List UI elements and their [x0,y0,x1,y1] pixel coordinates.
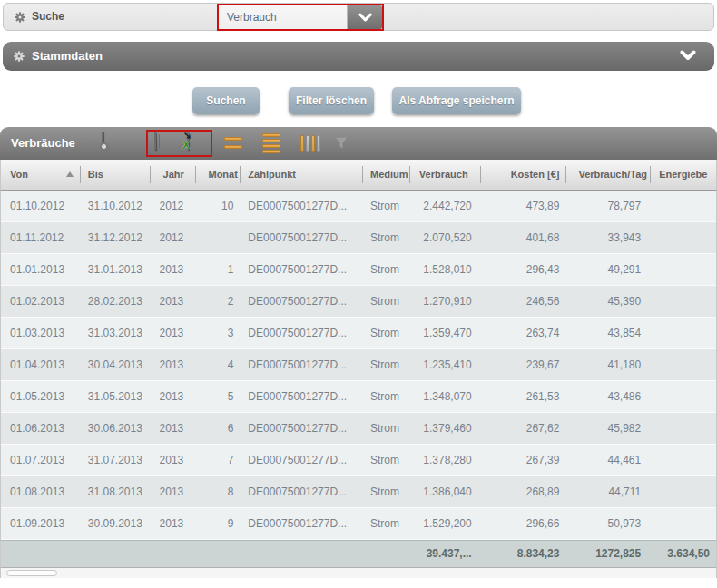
grid-toolbar: Verbräuche ➘X [0,127,717,160]
table-cell: 31.10.2012 [81,191,151,221]
gear-icon [13,50,25,63]
table-cell: 473,89 [481,191,567,221]
column-header-jahr[interactable]: Jahr [151,160,197,190]
table-cell: Strom [363,254,410,285]
summary-cell: 39.437,... [410,541,481,567]
table-row[interactable]: 01.10.201231.10.2012201210DE00075001277D… [1,191,716,222]
pdf-export-icon[interactable] [154,133,156,150]
table-row[interactable]: 01.04.201330.04.201320134DE00075001277D.… [1,349,716,381]
table-row[interactable]: 01.09.201330.09.201320139DE00075001277D.… [1,508,716,540]
table-cell: 1.348,070 [410,381,481,412]
table-cell: Strom [363,191,410,221]
table-cell: 1.528,010 [410,254,481,285]
table-cell [196,222,241,253]
clear-filter-button[interactable]: Filter löschen [289,87,374,114]
table-cell: DE00075001277D... [241,191,363,221]
print-preview-icon[interactable] [102,132,103,149]
table-cell: 2013 [151,381,197,412]
table-cell: 1.379,460 [410,413,481,444]
table-cell: 267,39 [481,445,567,475]
search-type-dropdown-highlight: Verbrauch [217,4,384,31]
search-type-dropdown-value[interactable]: Verbrauch [219,5,348,29]
actions-row: Suchen Filter löschen Als Abfrage speich… [0,87,717,116]
table-cell: DE00075001277D... [241,222,363,253]
column-header-energie[interactable]: Energiebe [651,160,716,190]
column-header-zaehlpunkt[interactable]: Zählpunkt [241,160,363,190]
search-type-dropdown-button[interactable] [348,5,382,29]
table-cell [651,349,716,380]
table-cell: 268,89 [481,476,567,507]
search-section-bar[interactable]: Suche Verbrauch [3,3,714,31]
chevron-down-icon[interactable] [680,50,696,61]
table-cell: 01.05.2013 [1,381,81,412]
excel-export-icon[interactable]: ➘X [187,133,189,150]
table-row[interactable]: 01.07.201331.07.201320137DE00075001277D.… [1,445,716,476]
table-body: 01.10.201231.10.2012201210DE00075001277D… [0,191,717,540]
column-header-bis[interactable]: Bis [81,160,151,190]
table-cell: Strom [363,445,410,475]
table-row[interactable]: 01.01.201331.01.201320131DE00075001277D.… [1,254,716,286]
table-cell: 41,180 [566,349,651,380]
table-cell: 1.529,200 [410,508,481,539]
table-cell: 01.07.2013 [1,445,81,475]
table-cell: 01.06.2013 [1,413,81,444]
table-row[interactable]: 01.03.201331.03.201320133DE00075001277D.… [1,318,716,349]
scrollbar-thumb[interactable] [6,570,57,576]
table-row[interactable]: 01.08.201331.08.201320138DE00075001277D.… [1,476,716,508]
table-cell: 31.01.2013 [81,254,151,285]
table-cell: 246,56 [481,286,567,317]
table-cell: Strom [363,508,410,539]
table-cell: 01.03.2013 [1,318,81,348]
column-header-monat[interactable]: Monat [196,160,241,190]
table-cell: 8 [196,476,241,507]
table-cell: Strom [363,413,410,444]
table-cell: 239,67 [481,349,567,380]
column-header-verbrauch-tag[interactable]: Verbrauch/Tag [566,160,651,190]
table-cell: 2012 [151,191,197,221]
table-row[interactable]: 01.05.201331.05.201320135DE00075001277D.… [1,381,716,413]
table-header: Von Bis Jahr Monat Zählpunkt Medium Verb… [0,160,717,191]
expanded-rows-icon[interactable] [262,133,280,153]
column-header-medium[interactable]: Medium [363,160,410,190]
table-cell: 45,982 [566,413,651,444]
summary-cell: 8.834,23 [481,541,567,567]
table-cell: DE00075001277D... [241,349,363,380]
save-as-query-button[interactable]: Als Abfrage speichern [392,87,521,114]
table-cell: Strom [363,222,410,253]
table-cell: 2013 [151,254,197,285]
results-grid: Verbräuche ➘X Von Bis Jahr [0,127,717,588]
compact-rows-icon[interactable] [224,137,242,149]
horizontal-scrollbar [0,567,717,578]
table-cell: 10 [196,191,241,221]
table-cell: 2.070,520 [410,222,481,253]
table-cell: 2 [196,286,241,317]
table-cell: 1.378,280 [410,445,481,475]
table-cell: 2013 [151,286,197,317]
column-header-verbrauch[interactable]: Verbrauch [410,160,481,190]
table-cell: 3 [196,318,241,348]
table-cell: 30.09.2013 [81,508,151,539]
stammdaten-section-bar[interactable]: Stammdaten [3,42,714,71]
table-cell: 401,68 [481,222,567,253]
table-cell: DE00075001277D... [241,476,363,507]
search-button[interactable]: Suchen [192,87,260,114]
table-cell [651,286,716,317]
table-cell [651,254,716,285]
table-cell: 01.11.2012 [1,222,81,253]
table-cell: 9 [196,508,241,539]
table-cell [651,318,716,348]
table-cell: 31.07.2013 [81,445,151,475]
table-row[interactable]: 01.11.201231.12.20122012DE00075001277D..… [1,222,716,254]
column-header-von[interactable]: Von [1,160,81,190]
columns-icon[interactable] [300,135,322,152]
table-row[interactable]: 01.06.201330.06.201320136DE00075001277D.… [1,413,716,445]
table-summary-row: 39.437,...8.834,231272,8253.634,50 [0,540,717,567]
table-cell: 2013 [151,349,197,380]
filter-icon[interactable] [334,136,349,153]
table-cell: 31.08.2013 [81,476,151,507]
column-header-kosten[interactable]: Kosten [€] [481,160,567,190]
table-cell [651,191,716,221]
table-row[interactable]: 01.02.201328.02.201320132DE00075001277D.… [1,286,716,318]
table-cell: 50,973 [566,508,651,539]
export-icons-highlight: ➘X [146,130,212,157]
